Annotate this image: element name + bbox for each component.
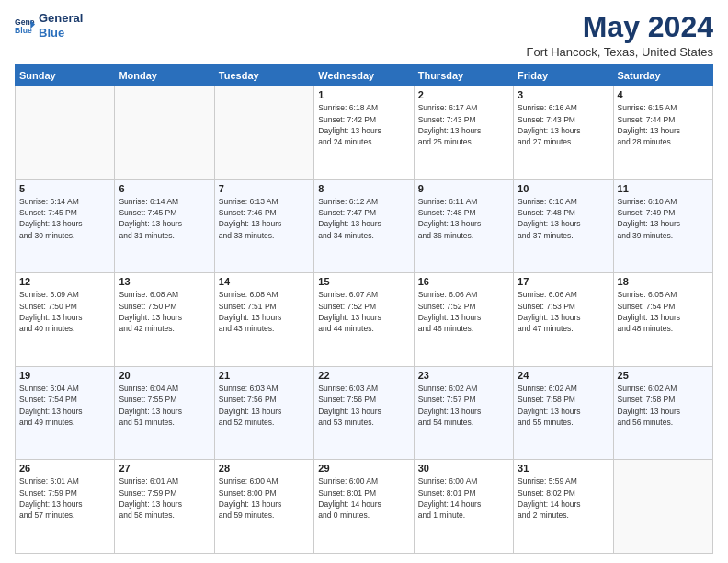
calendar-cell-w1-d3 bbox=[214, 86, 313, 180]
calendar-cell-w1-d5: 2Sunrise: 6:17 AM Sunset: 7:43 PM Daylig… bbox=[414, 86, 513, 180]
subtitle: Fort Hancock, Texas, United States bbox=[526, 45, 713, 59]
calendar-cell-w4-d7: 25Sunrise: 6:02 AM Sunset: 7:58 PM Dayli… bbox=[613, 366, 712, 460]
calendar-table: Sunday Monday Tuesday Wednesday Thursday… bbox=[15, 64, 713, 554]
day-number: 21 bbox=[219, 370, 310, 381]
day-number: 18 bbox=[618, 276, 709, 287]
day-number: 23 bbox=[418, 370, 509, 381]
day-info: Sunrise: 6:00 AM Sunset: 8:01 PM Dayligh… bbox=[318, 476, 409, 521]
day-number: 31 bbox=[518, 463, 609, 474]
col-saturday: Saturday bbox=[613, 65, 712, 86]
day-info: Sunrise: 6:15 AM Sunset: 7:44 PM Dayligh… bbox=[618, 102, 709, 147]
col-thursday: Thursday bbox=[414, 65, 513, 86]
day-number: 14 bbox=[219, 276, 310, 287]
day-info: Sunrise: 6:02 AM Sunset: 7:58 PM Dayligh… bbox=[518, 383, 609, 428]
day-number: 6 bbox=[119, 183, 210, 194]
calendar-week-2: 5Sunrise: 6:14 AM Sunset: 7:45 PM Daylig… bbox=[16, 179, 713, 273]
calendar-cell-w2-d4: 8Sunrise: 6:12 AM Sunset: 7:47 PM Daylig… bbox=[314, 179, 414, 273]
day-info: Sunrise: 6:03 AM Sunset: 7:56 PM Dayligh… bbox=[219, 383, 310, 428]
header: General Blue General Blue May 2024 Fort … bbox=[15, 11, 713, 59]
day-info: Sunrise: 6:08 AM Sunset: 7:51 PM Dayligh… bbox=[219, 289, 310, 334]
col-monday: Monday bbox=[115, 65, 214, 86]
main-title: May 2024 bbox=[526, 11, 713, 43]
day-number: 1 bbox=[318, 89, 409, 100]
day-number: 7 bbox=[219, 183, 310, 194]
day-number: 9 bbox=[418, 183, 509, 194]
day-number: 29 bbox=[318, 463, 409, 474]
day-number: 3 bbox=[518, 89, 609, 100]
day-info: Sunrise: 6:05 AM Sunset: 7:54 PM Dayligh… bbox=[618, 289, 709, 334]
day-number: 4 bbox=[618, 89, 709, 100]
day-info: Sunrise: 6:17 AM Sunset: 7:43 PM Dayligh… bbox=[418, 102, 509, 147]
logo: General Blue General Blue bbox=[15, 11, 83, 40]
day-number: 28 bbox=[219, 463, 310, 474]
day-info: Sunrise: 6:02 AM Sunset: 7:57 PM Dayligh… bbox=[418, 383, 509, 428]
day-info: Sunrise: 6:01 AM Sunset: 7:59 PM Dayligh… bbox=[19, 476, 110, 521]
calendar-cell-w3-d5: 16Sunrise: 6:06 AM Sunset: 7:52 PM Dayli… bbox=[414, 273, 513, 367]
calendar-cell-w2-d7: 11Sunrise: 6:10 AM Sunset: 7:49 PM Dayli… bbox=[613, 179, 712, 273]
calendar-cell-w2-d6: 10Sunrise: 6:10 AM Sunset: 7:48 PM Dayli… bbox=[514, 179, 613, 273]
day-number: 16 bbox=[418, 276, 509, 287]
day-number: 5 bbox=[19, 183, 110, 194]
calendar-cell-w2-d1: 5Sunrise: 6:14 AM Sunset: 7:45 PM Daylig… bbox=[16, 179, 115, 273]
col-wednesday: Wednesday bbox=[314, 65, 414, 86]
day-number: 13 bbox=[119, 276, 210, 287]
day-number: 19 bbox=[19, 370, 110, 381]
day-number: 10 bbox=[518, 183, 609, 194]
day-info: Sunrise: 6:09 AM Sunset: 7:50 PM Dayligh… bbox=[19, 289, 110, 334]
calendar-cell-w5-d4: 29Sunrise: 6:00 AM Sunset: 8:01 PM Dayli… bbox=[314, 460, 414, 554]
logo-line2: Blue bbox=[39, 26, 83, 40]
svg-text:Blue: Blue bbox=[15, 25, 32, 34]
day-number: 12 bbox=[19, 276, 110, 287]
day-number: 15 bbox=[318, 276, 409, 287]
day-info: Sunrise: 6:02 AM Sunset: 7:58 PM Dayligh… bbox=[618, 383, 709, 428]
day-info: Sunrise: 6:12 AM Sunset: 7:47 PM Dayligh… bbox=[318, 196, 409, 241]
calendar-cell-w4-d2: 20Sunrise: 6:04 AM Sunset: 7:55 PM Dayli… bbox=[115, 366, 214, 460]
day-number: 2 bbox=[418, 89, 509, 100]
calendar-cell-w3-d7: 18Sunrise: 6:05 AM Sunset: 7:54 PM Dayli… bbox=[613, 273, 712, 367]
day-info: Sunrise: 6:06 AM Sunset: 7:52 PM Dayligh… bbox=[418, 289, 509, 334]
day-info: Sunrise: 6:18 AM Sunset: 7:42 PM Dayligh… bbox=[318, 102, 409, 147]
calendar-cell-w4-d3: 21Sunrise: 6:03 AM Sunset: 7:56 PM Dayli… bbox=[214, 366, 313, 460]
logo-line1: General bbox=[39, 11, 83, 26]
calendar-cell-w3-d4: 15Sunrise: 6:07 AM Sunset: 7:52 PM Dayli… bbox=[314, 273, 414, 367]
logo-icon: General Blue bbox=[15, 16, 35, 36]
col-tuesday: Tuesday bbox=[214, 65, 313, 86]
day-info: Sunrise: 6:06 AM Sunset: 7:53 PM Dayligh… bbox=[518, 289, 609, 334]
day-info: Sunrise: 6:11 AM Sunset: 7:48 PM Dayligh… bbox=[418, 196, 509, 241]
day-info: Sunrise: 6:16 AM Sunset: 7:43 PM Dayligh… bbox=[518, 102, 609, 147]
calendar-cell-w4-d4: 22Sunrise: 6:03 AM Sunset: 7:56 PM Dayli… bbox=[314, 366, 414, 460]
calendar-cell-w4-d1: 19Sunrise: 6:04 AM Sunset: 7:54 PM Dayli… bbox=[16, 366, 115, 460]
day-number: 8 bbox=[318, 183, 409, 194]
calendar-cell-w3-d3: 14Sunrise: 6:08 AM Sunset: 7:51 PM Dayli… bbox=[214, 273, 313, 367]
calendar-cell-w5-d2: 27Sunrise: 6:01 AM Sunset: 7:59 PM Dayli… bbox=[115, 460, 214, 554]
day-info: Sunrise: 6:01 AM Sunset: 7:59 PM Dayligh… bbox=[119, 476, 210, 521]
day-number: 17 bbox=[518, 276, 609, 287]
calendar-cell-w4-d5: 23Sunrise: 6:02 AM Sunset: 7:57 PM Dayli… bbox=[414, 366, 513, 460]
day-number: 24 bbox=[518, 370, 609, 381]
title-area: May 2024 Fort Hancock, Texas, United Sta… bbox=[526, 11, 713, 59]
calendar-cell-w3-d6: 17Sunrise: 6:06 AM Sunset: 7:53 PM Dayli… bbox=[514, 273, 613, 367]
calendar-cell-w5-d1: 26Sunrise: 6:01 AM Sunset: 7:59 PM Dayli… bbox=[16, 460, 115, 554]
calendar-cell-w5-d5: 30Sunrise: 6:00 AM Sunset: 8:01 PM Dayli… bbox=[414, 460, 513, 554]
page: General Blue General Blue May 2024 Fort … bbox=[0, 0, 728, 563]
day-info: Sunrise: 6:13 AM Sunset: 7:46 PM Dayligh… bbox=[219, 196, 310, 241]
col-sunday: Sunday bbox=[16, 65, 115, 86]
calendar-cell-w5-d3: 28Sunrise: 6:00 AM Sunset: 8:00 PM Dayli… bbox=[214, 460, 313, 554]
day-info: Sunrise: 6:10 AM Sunset: 7:48 PM Dayligh… bbox=[518, 196, 609, 241]
day-info: Sunrise: 5:59 AM Sunset: 8:02 PM Dayligh… bbox=[518, 476, 609, 521]
day-info: Sunrise: 6:04 AM Sunset: 7:55 PM Dayligh… bbox=[119, 383, 210, 428]
calendar-cell-w1-d1 bbox=[16, 86, 115, 180]
calendar-cell-w2-d3: 7Sunrise: 6:13 AM Sunset: 7:46 PM Daylig… bbox=[214, 179, 313, 273]
col-friday: Friday bbox=[514, 65, 613, 86]
day-info: Sunrise: 6:03 AM Sunset: 7:56 PM Dayligh… bbox=[318, 383, 409, 428]
calendar-cell-w2-d5: 9Sunrise: 6:11 AM Sunset: 7:48 PM Daylig… bbox=[414, 179, 513, 273]
calendar-cell-w4-d6: 24Sunrise: 6:02 AM Sunset: 7:58 PM Dayli… bbox=[514, 366, 613, 460]
calendar-cell-w3-d1: 12Sunrise: 6:09 AM Sunset: 7:50 PM Dayli… bbox=[16, 273, 115, 367]
day-info: Sunrise: 6:08 AM Sunset: 7:50 PM Dayligh… bbox=[119, 289, 210, 334]
calendar-cell-w1-d2 bbox=[115, 86, 214, 180]
day-info: Sunrise: 6:00 AM Sunset: 8:00 PM Dayligh… bbox=[219, 476, 310, 521]
day-info: Sunrise: 6:14 AM Sunset: 7:45 PM Dayligh… bbox=[119, 196, 210, 241]
calendar-cell-w1-d7: 4Sunrise: 6:15 AM Sunset: 7:44 PM Daylig… bbox=[613, 86, 712, 180]
day-info: Sunrise: 6:04 AM Sunset: 7:54 PM Dayligh… bbox=[19, 383, 110, 428]
day-info: Sunrise: 6:10 AM Sunset: 7:49 PM Dayligh… bbox=[618, 196, 709, 241]
